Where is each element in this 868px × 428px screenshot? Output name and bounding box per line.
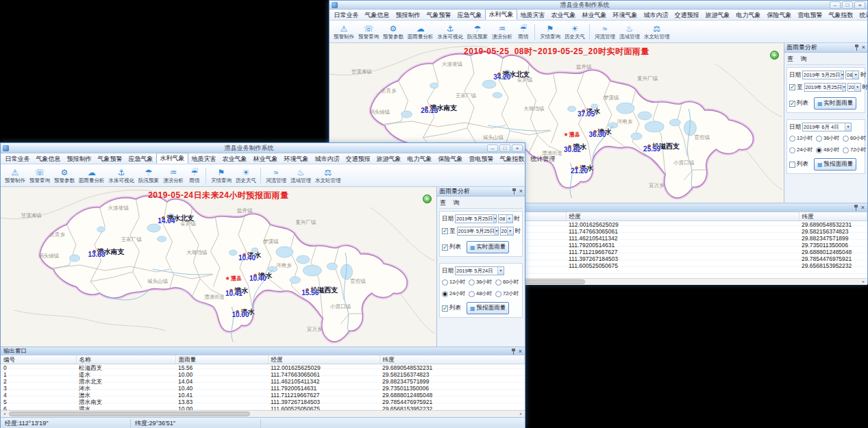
menu-item[interactable]: 气象预警: [95, 154, 125, 164]
end-hour-select[interactable]: 20▾: [500, 227, 514, 236]
toolbar-button[interactable]: ☏ 预警查询: [356, 24, 381, 40]
minimize-button[interactable]: –: [830, 1, 841, 9]
toolbar-button[interactable]: ♨ 流域管理: [288, 168, 313, 184]
start-hour-select[interactable]: 08▾: [845, 71, 859, 79]
menu-item[interactable]: 气象指数: [826, 10, 856, 20]
menu-item[interactable]: 日常业务: [2, 154, 33, 164]
menu-item[interactable]: 农业气象: [219, 154, 250, 164]
horizontal-scrollbar[interactable]: ◂ ▸: [1, 410, 525, 417]
pin-icon[interactable]: [511, 349, 516, 355]
title-bar[interactable]: 澧县业务制作系统 – □ ×: [1, 143, 525, 153]
maximize-button[interactable]: □: [499, 144, 510, 152]
table-column-header[interactable]: 面雨量: [175, 355, 268, 364]
panel-close-icon[interactable]: ×: [519, 188, 523, 194]
panel-close-icon[interactable]: ×: [862, 45, 865, 51]
table-column-header[interactable]: 编号: [1, 355, 76, 364]
forecast-rainfall-button[interactable]: ▦预报面雨量: [467, 302, 509, 314]
toolbar-button[interactable]: ☏ 预警查询: [27, 168, 52, 184]
list-checkbox[interactable]: [442, 244, 448, 251]
table-row[interactable]: 1道水10.00111.74766306506129.582156374823: [1, 371, 525, 378]
minimize-button[interactable]: –: [487, 144, 498, 152]
table-row[interactable]: 5澧水南支13.83111.39726718450329.78544769759…: [1, 399, 525, 405]
toolbar-button[interactable]: ⚠ 预警制作: [3, 168, 27, 184]
menu-item[interactable]: 水利气象: [485, 9, 517, 20]
panel-close-icon[interactable]: ×: [861, 205, 865, 211]
menu-item[interactable]: 应急气象: [125, 154, 156, 164]
maximize-button[interactable]: □: [842, 1, 853, 9]
toolbar-button[interactable]: ♨ 流域管理: [617, 24, 642, 40]
table-column-header[interactable]: 经度: [268, 355, 380, 364]
menu-item[interactable]: 农业气象: [548, 10, 579, 20]
toolbar-button[interactable]: ☂ 防汛预案: [465, 24, 490, 40]
menu-item[interactable]: 旅游气象: [702, 10, 733, 20]
menu-item[interactable]: 预报制作: [64, 154, 95, 164]
end-date-select[interactable]: 2019年 5月25日▾: [457, 227, 499, 236]
menu-item[interactable]: 地质灾害: [517, 10, 548, 20]
menu-item[interactable]: 应急气象: [454, 10, 485, 20]
pin-icon[interactable]: [512, 188, 517, 194]
toolbar-button[interactable]: ≈ 河流管理: [593, 24, 617, 40]
duration-radio[interactable]: 48小时: [816, 147, 843, 153]
start-date-select[interactable]: 2019年 5月25日▾: [802, 71, 844, 79]
toolbar-button[interactable]: ⚓ 水库可视化: [436, 24, 466, 40]
to-checkbox[interactable]: [442, 228, 448, 234]
scroll-right-icon[interactable]: ▸: [860, 279, 867, 285]
menu-item[interactable]: 交通预报: [343, 154, 373, 164]
list-checkbox[interactable]: [442, 305, 448, 312]
duration-radio[interactable]: 24小时: [789, 147, 816, 153]
menu-item[interactable]: 气象预警: [423, 10, 454, 20]
duration-radio[interactable]: 72小时: [843, 147, 868, 153]
pin-icon[interactable]: [854, 205, 858, 211]
table-column-header[interactable]: 经度: [566, 212, 799, 221]
duration-radio[interactable]: 60小时: [843, 135, 868, 142]
menu-item[interactable]: 城市内涝: [312, 154, 343, 164]
scroll-right-icon[interactable]: ▸: [517, 411, 525, 417]
scroll-left-icon[interactable]: ◂: [1, 411, 8, 417]
duration-radio[interactable]: 24小时: [442, 290, 469, 297]
menu-item[interactable]: 林业气象: [250, 154, 281, 164]
table-row[interactable]: 3涔水10.40111.7920051463129.735011350006: [1, 385, 525, 392]
end-date-select[interactable]: 2019年 5月25日▾: [804, 83, 846, 92]
duration-radio[interactable]: 12小时: [789, 135, 816, 142]
menu-item[interactable]: 旅游气象: [373, 154, 404, 164]
forecast-date-select[interactable]: 2019年 5月24日▾: [455, 266, 504, 275]
toolbar-button[interactable]: ☀ 历史天气: [234, 168, 261, 184]
menu-item[interactable]: 林业气象: [579, 10, 610, 20]
toolbar-button[interactable]: ☁ 面雨量分析: [406, 24, 436, 40]
menu-item[interactable]: 日常业务: [331, 10, 362, 20]
map-pane[interactable]: 2019-05-24日未来24小时预报面雨量 + 甘溪滩镇 太青乡 码头铺镇 火…: [1, 187, 436, 347]
list-checkbox[interactable]: [789, 162, 795, 168]
toolbar-button[interactable]: ☁ 面雨量分析: [77, 168, 107, 184]
table-row[interactable]: 6澧水10.00111.60052505067529.6568153952232: [1, 405, 525, 410]
start-hour-select[interactable]: 08▾: [498, 214, 513, 223]
table-column-header[interactable]: 纬度: [799, 212, 867, 221]
scrollbar-thumb[interactable]: [9, 412, 250, 416]
menu-item[interactable]: 城市内涝: [641, 10, 671, 20]
toolbar-button[interactable]: ⚑ 灾情查询: [538, 24, 562, 40]
menu-item[interactable]: 水利气象: [156, 153, 188, 164]
toolbar-button[interactable]: ⚙ 预警参数: [52, 168, 77, 184]
to-checkbox[interactable]: [789, 84, 795, 90]
toolbar-button[interactable]: ⚠ 预警制作: [332, 24, 356, 40]
menu-item[interactable]: 环境气象: [281, 154, 312, 164]
menu-item[interactable]: 预报制作: [393, 10, 423, 20]
table-column-header[interactable]: 名称: [76, 355, 175, 364]
toolbar-button[interactable]: ☔ 雨情: [186, 168, 206, 184]
forecast-rainfall-button[interactable]: ▦预报面雨量: [814, 158, 856, 171]
panel-close-icon[interactable]: ×: [519, 349, 522, 355]
title-bar[interactable]: 澧县业务制作系统 – □ ×: [330, 1, 867, 10]
toolbar-button[interactable]: ☂ 防汛预案: [136, 168, 161, 184]
duration-radio[interactable]: 72小时: [495, 290, 521, 297]
menu-item[interactable]: 环境气象: [610, 10, 641, 20]
map-add-button[interactable]: +: [770, 51, 779, 60]
menu-item[interactable]: 保险气象: [435, 154, 466, 164]
duration-radio[interactable]: 12小时: [442, 279, 469, 286]
toolbar-button[interactable]: ⚑ 灾情查询: [209, 168, 234, 184]
duration-radio[interactable]: 36小时: [469, 279, 495, 286]
table-row[interactable]: 2澧水北支14.04111.46210541134229.88234757189…: [1, 378, 525, 385]
realtime-rainfall-button[interactable]: ▦实时面雨量: [467, 241, 509, 253]
forecast-date-select[interactable]: 2019年 6月 4日▾: [802, 123, 852, 131]
toolbar-button[interactable]: ⚙ 预警参数: [381, 24, 406, 40]
duration-radio[interactable]: 36小时: [816, 135, 843, 142]
toolbar-button[interactable]: ♒ 渍涝分析: [161, 168, 186, 184]
